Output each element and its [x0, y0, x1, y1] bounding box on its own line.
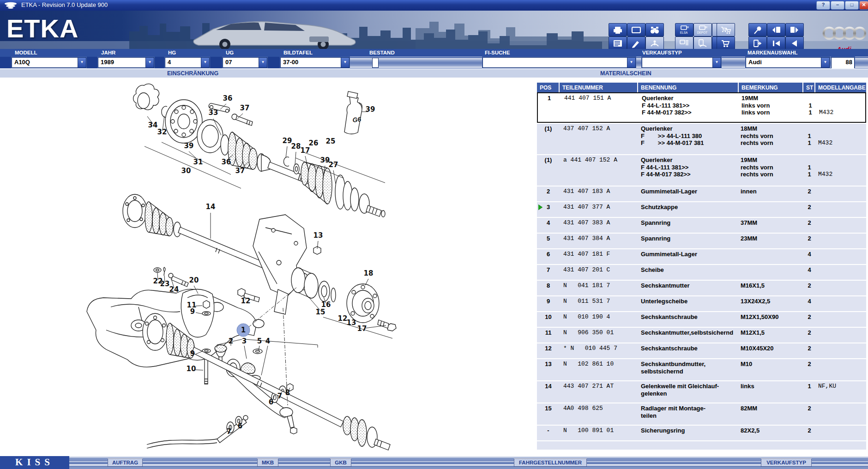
screen-button[interactable]: [627, 23, 645, 36]
diagram-callout[interactable]: 2: [229, 337, 233, 345]
diagram-callout[interactable]: 37: [240, 104, 250, 112]
close-button[interactable]: ✕: [859, 1, 868, 10]
table-row[interactable]: 9N 011 531 7Unterlegscheibe13X24X2,54: [537, 296, 866, 311]
diagram-callout[interactable]: 15: [316, 308, 326, 316]
chevron-down-icon[interactable]: ▼: [627, 58, 635, 67]
diagram-callout[interactable]: 5: [257, 337, 262, 345]
table-row[interactable]: 8N 041 181 7SechskantmutterM16X1,52: [537, 281, 866, 295]
table-row[interactable]: 14443 407 271 ATGelenkwelle mit Gleichla…: [537, 381, 866, 403]
diagram-callout[interactable]: 26: [309, 139, 319, 147]
diagram-callout[interactable]: 28: [291, 142, 301, 150]
page-prev-button[interactable]: [767, 23, 785, 36]
car-docs-button[interactable]: [693, 36, 712, 50]
footer-button-mkb[interactable]: MKB: [257, 458, 278, 467]
diagram-callout[interactable]: 12: [241, 297, 251, 305]
diagram-callout[interactable]: 24: [169, 285, 179, 294]
markenauswahl-combobox[interactable]: Audi▼: [746, 57, 830, 68]
minimize-button[interactable]: –: [831, 1, 844, 10]
diagram-callout[interactable]: 33: [209, 108, 218, 117]
help-button[interactable]: ?: [816, 1, 830, 10]
diagram-callout[interactable]: 6: [238, 422, 242, 430]
jahr-combobox[interactable]: 1989▼: [98, 57, 154, 68]
chevron-down-icon[interactable]: ▼: [78, 58, 86, 67]
carts-button[interactable]: [717, 23, 735, 36]
table-row[interactable]: 1441 407 151 AQuerlenkerF 44-L-111 381>>…: [537, 92, 866, 123]
diagram-callout[interactable]: 7: [277, 392, 282, 400]
materialschein-label[interactable]: MATERIALSCHEIN: [600, 70, 651, 77]
cart-button[interactable]: [717, 36, 735, 50]
diagram-callout[interactable]: 13: [313, 231, 323, 240]
chevron-down-icon[interactable]: ▼: [341, 58, 349, 67]
fi_suche-combobox[interactable]: ▼: [482, 57, 636, 68]
verkaufstyp-combobox[interactable]: ▼: [642, 57, 721, 68]
diagram-callout[interactable]: 7: [227, 427, 231, 436]
diagram-callout[interactable]: 36: [222, 158, 231, 166]
marken_code-field[interactable]: 88: [831, 57, 855, 69]
table-row[interactable]: 5431 407 384 ASpannring23MM2: [537, 234, 866, 248]
diagram-callout[interactable]: 3: [242, 337, 247, 345]
column-header-pos[interactable]: POS: [537, 83, 560, 92]
table-row[interactable]: (1)437 407 152 AQuerlenkerF >> 44-L-111 …: [537, 124, 866, 154]
chevron-down-icon[interactable]: ▼: [712, 58, 721, 67]
terminal-button[interactable]: DEPOT: [693, 23, 712, 36]
diagram-callout[interactable]: 25: [326, 137, 336, 145]
diagram-callout[interactable]: 4: [265, 337, 270, 345]
diagram-callout[interactable]: 17: [357, 325, 367, 333]
table-row[interactable]: 10N 010 190 4SechskantschraubeM12X1,50X9…: [537, 312, 866, 327]
table-row[interactable]: 7431 407 201 CScheibe4: [537, 265, 866, 280]
diagram-callout[interactable]: 12: [338, 314, 348, 323]
table-row[interactable]: 2431 407 183 AGummimetall-Lagerinnen2: [537, 186, 866, 201]
pencil-button[interactable]: [627, 36, 645, 50]
diagram-callout[interactable]: 39: [184, 142, 194, 150]
footer-button-gkb[interactable]: GKB: [330, 458, 351, 467]
diagram-callout[interactable]: 10: [187, 365, 196, 373]
diagram-callout[interactable]: 32: [157, 128, 167, 136]
diagram-callout[interactable]: 1: [241, 326, 246, 334]
table-row[interactable]: 11N 906 350 01Sechskantmutter,selbstsich…: [537, 328, 866, 343]
table-row[interactable]: 154A0 498 625Radlager mit Montage-teilen…: [537, 403, 866, 425]
page-next-button[interactable]: [785, 23, 804, 36]
table-row[interactable]: 13N 102 861 10Sechskantbundmutter,selbst…: [537, 359, 866, 380]
table-row[interactable]: 12* N 010 445 7SechskantschraubeM10X45X2…: [537, 343, 866, 358]
ug-combobox[interactable]: 07▼: [223, 57, 267, 68]
diagram-callout[interactable]: 8: [285, 389, 290, 397]
column-header-bemerkung[interactable]: BEMERKUNG: [739, 83, 803, 92]
bestand-slider-thumb[interactable]: [372, 58, 379, 68]
chevron-down-icon[interactable]: ▼: [821, 58, 829, 67]
bildtafel-combobox[interactable]: 37-00▼: [280, 57, 350, 68]
column-header-modellangabe[interactable]: MODELLANGABE: [815, 83, 866, 92]
info-car-button[interactable]: [645, 36, 664, 50]
chevron-down-icon[interactable]: ▼: [259, 58, 267, 67]
table-row[interactable]: 6431 407 181 FGummimetall-Lager4: [537, 249, 866, 264]
column-header-teilenummer[interactable]: TEILENUMMER: [560, 83, 638, 92]
footer-button-verkaufstyp[interactable]: VERKAUFSTYP: [761, 458, 812, 467]
footer-button-auftrag[interactable]: AUFTRAG: [108, 458, 143, 467]
table-row[interactable]: 3431 407 377 ASchutzkappe2: [537, 202, 866, 217]
footer-button-fahrgestellnummer[interactable]: FAHRGESTELLNUMMER: [514, 458, 587, 467]
diagram-callout[interactable]: 27: [329, 161, 338, 169]
diagram-callout[interactable]: 39: [366, 105, 375, 114]
diagram-callout[interactable]: 29: [283, 137, 292, 145]
diagram-callout[interactable]: 23: [160, 280, 170, 288]
diagram-callout[interactable]: 31: [193, 158, 203, 166]
diagram-callout[interactable]: 30: [181, 167, 191, 175]
table-row[interactable]: (1)a 441 407 152 AQuerlenkerF 44-L-111 3…: [537, 155, 866, 186]
diagram-callout[interactable]: 14: [206, 203, 216, 211]
diagram-callout[interactable]: 37: [235, 167, 245, 175]
diagram-callout[interactable]: 36: [223, 94, 233, 102]
maximize-button[interactable]: □: [845, 1, 859, 10]
diagram-callout[interactable]: 20: [189, 276, 199, 284]
diagram-callout[interactable]: 6: [269, 398, 273, 406]
diagram-callout[interactable]: 17: [301, 146, 310, 155]
diagram-callout[interactable]: 18: [364, 269, 374, 277]
column-header-benennung[interactable]: BENENNUNG: [638, 83, 739, 92]
binoculars-button[interactable]: [645, 23, 664, 36]
terminal-button[interactable]: ELSA: [675, 23, 693, 36]
diagram-callout[interactable]: 9: [190, 349, 195, 358]
hg-combobox[interactable]: 4▼: [165, 57, 210, 68]
nav-first-button[interactable]: [767, 36, 785, 50]
nav-back-button[interactable]: [785, 36, 804, 50]
printer-button[interactable]: [609, 23, 627, 36]
diagram-callout[interactable]: 13: [347, 319, 356, 327]
chevron-down-icon[interactable]: ▼: [145, 58, 154, 67]
